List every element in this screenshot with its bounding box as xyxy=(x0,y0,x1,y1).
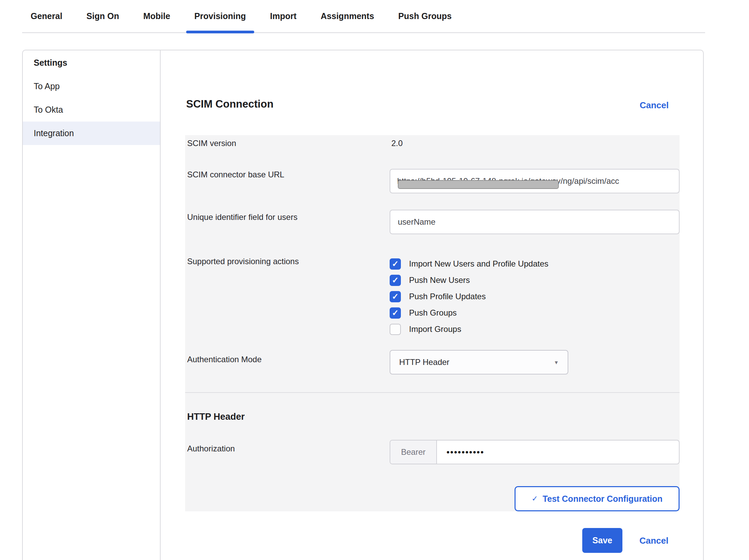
checkbox-label[interactable]: Push Profile Updates xyxy=(409,292,486,301)
cancel-link-bottom[interactable]: Cancel xyxy=(639,535,668,546)
bearer-token-input[interactable]: •••••••••• xyxy=(437,441,679,464)
auth-mode-dropdown[interactable]: HTTP Header ▼ xyxy=(390,350,568,374)
page-title: SCIM Connection xyxy=(186,98,274,110)
provisioning-card: Settings To App To Okta Integration SCIM… xyxy=(22,50,704,560)
tab-assignments[interactable]: Assignments xyxy=(321,0,374,33)
chevron-down-icon: ▼ xyxy=(554,359,559,365)
check-icon: ✓ xyxy=(532,494,538,503)
check-icon: ✓ xyxy=(392,260,398,268)
sidebar-item-to-app[interactable]: To App xyxy=(23,75,160,98)
cancel-link-top[interactable]: Cancel xyxy=(640,100,669,111)
checkbox-import-new-users[interactable]: ✓ xyxy=(390,258,401,270)
settings-sidebar: Settings To App To Okta Integration xyxy=(23,50,161,560)
check-icon: ✓ xyxy=(392,292,398,301)
tab-sign-on[interactable]: Sign On xyxy=(86,0,119,33)
provisioning-actions-list: ✓ Import New Users and Profile Updates ✓… xyxy=(390,256,549,337)
check-icon: ✓ xyxy=(392,309,398,317)
checkbox-push-profile-updates[interactable]: ✓ xyxy=(390,291,401,302)
unique-id-input[interactable] xyxy=(390,210,680,234)
checkbox-label[interactable]: Push New Users xyxy=(409,275,470,285)
checkbox-label[interactable]: Import New Users and Profile Updates xyxy=(409,259,549,269)
provisioning-actions-label: Supported provisioning actions xyxy=(187,257,299,266)
scim-version-label: SCIM version xyxy=(187,139,236,148)
checkbox-row-import-groups[interactable]: ✓ Import Groups xyxy=(390,321,549,337)
test-connector-label: Test Connector Configuration xyxy=(543,494,663,504)
check-icon: ✓ xyxy=(392,276,398,284)
tab-push-groups[interactable]: Push Groups xyxy=(398,0,452,33)
checkbox-label[interactable]: Import Groups xyxy=(409,324,461,334)
tab-mobile[interactable]: Mobile xyxy=(143,0,170,33)
base-url-label: SCIM connector base URL xyxy=(187,170,284,179)
checkbox-row-import-new-users[interactable]: ✓ Import New Users and Profile Updates xyxy=(390,256,549,272)
tab-import[interactable]: Import xyxy=(270,0,297,33)
sidebar-title-settings: Settings xyxy=(23,51,160,75)
scim-settings-panel: SCIM version 2.0 SCIM connector base URL… xyxy=(185,135,680,511)
sidebar-item-to-okta[interactable]: To Okta xyxy=(23,98,160,122)
unique-id-label: Unique identifier field for users xyxy=(187,212,297,222)
checkbox-label[interactable]: Push Groups xyxy=(409,308,457,318)
authorization-label: Authorization xyxy=(187,444,235,453)
section-divider xyxy=(185,392,680,393)
checkbox-row-push-new-users[interactable]: ✓ Push New Users xyxy=(390,272,549,288)
http-header-section-title: HTTP Header xyxy=(187,412,245,422)
checkbox-import-groups[interactable]: ✓ xyxy=(390,324,401,335)
checkbox-row-push-groups[interactable]: ✓ Push Groups xyxy=(390,305,549,321)
checkbox-push-new-users[interactable]: ✓ xyxy=(390,275,401,286)
tab-general[interactable]: General xyxy=(31,0,62,33)
app-tab-bar: General Sign On Mobile Provisioning Impo… xyxy=(22,0,705,33)
save-button[interactable]: Save xyxy=(582,528,622,553)
checkbox-row-push-profile-updates[interactable]: ✓ Push Profile Updates xyxy=(390,288,549,305)
test-connector-button[interactable]: ✓ Test Connector Configuration xyxy=(515,486,680,511)
bearer-prefix: Bearer xyxy=(390,441,437,464)
main-content: SCIM Connection Cancel SCIM version 2.0 … xyxy=(161,50,703,560)
authorization-input-group: Bearer •••••••••• xyxy=(390,440,680,464)
redaction-bar xyxy=(398,180,559,189)
scim-version-value: 2.0 xyxy=(391,139,403,148)
checkbox-push-groups[interactable]: ✓ xyxy=(390,307,401,319)
base-url-input[interactable]: https://b5bd-195-19-67-148-ngrok.io/gate… xyxy=(390,169,680,193)
auth-mode-label: Authentication Mode xyxy=(187,355,262,364)
sidebar-item-integration[interactable]: Integration xyxy=(23,122,160,145)
tab-provisioning[interactable]: Provisioning xyxy=(194,0,246,33)
auth-mode-value: HTTP Header xyxy=(399,357,554,367)
